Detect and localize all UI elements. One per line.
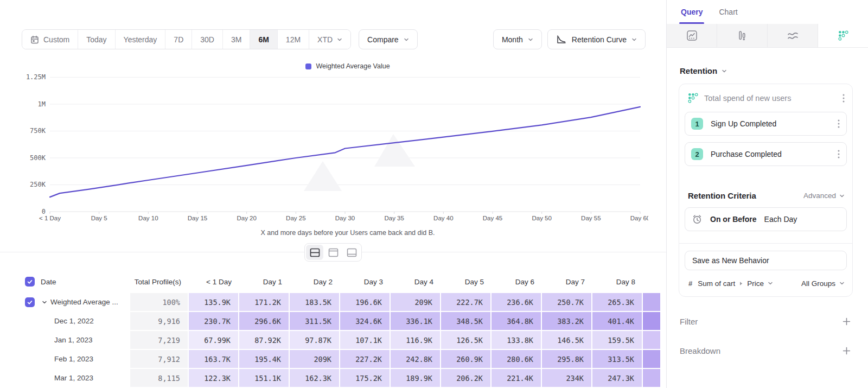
range-30d[interactable]: 30D bbox=[192, 30, 223, 49]
granularity-button[interactable]: Month bbox=[493, 29, 542, 49]
retention-cell[interactable]: 348.5K bbox=[441, 312, 492, 331]
groups-dropdown[interactable]: All Groups bbox=[801, 279, 845, 288]
retention-cell[interactable]: 260.9K bbox=[441, 350, 492, 369]
advanced-dropdown[interactable]: Advanced bbox=[803, 192, 845, 200]
retention-curve-line[interactable] bbox=[50, 107, 640, 197]
retention-cell[interactable]: 87.92K bbox=[239, 331, 290, 350]
column-header: Day 5 bbox=[441, 278, 492, 286]
measurement-property-dropdown[interactable]: Sum of cart Price bbox=[698, 279, 773, 288]
range-yesterday[interactable]: Yesterday bbox=[116, 30, 166, 49]
step-menu-kebab[interactable] bbox=[838, 119, 840, 128]
retention-cell[interactable]: 336.1K bbox=[391, 312, 441, 331]
retention-cell[interactable]: 97.87K bbox=[290, 331, 340, 350]
select-all-checkbox[interactable] bbox=[25, 277, 35, 287]
split-view-button[interactable] bbox=[306, 245, 323, 260]
retention-cell[interactable]: 175.2K bbox=[340, 369, 391, 388]
tab-query[interactable]: Query bbox=[681, 0, 703, 24]
retention-cell[interactable]: 122.3K bbox=[189, 369, 239, 388]
retention-cell[interactable]: 171.2K bbox=[239, 293, 290, 312]
x-axis-tick-label: Day 60 bbox=[630, 215, 648, 221]
retention-cell[interactable]: 126.5K bbox=[441, 331, 492, 350]
retention-cell[interactable]: 221.4K bbox=[492, 369, 542, 388]
save-behavior-button[interactable]: Save as New Behavior bbox=[685, 251, 847, 270]
toolbar: CustomTodayYesterday7D30D3M6M12MXTD Comp… bbox=[22, 29, 646, 49]
watermark-triangle bbox=[304, 161, 342, 191]
chart-type-tab-flows[interactable] bbox=[768, 24, 818, 47]
chart-legend: Weighted Average Value bbox=[17, 62, 648, 70]
retention-cell[interactable]: 206.2K bbox=[441, 369, 492, 388]
retention-cell[interactable]: 133.8K bbox=[492, 331, 542, 350]
compare-button[interactable]: Compare bbox=[359, 29, 418, 49]
retention-cell[interactable]: 162.3K bbox=[290, 369, 340, 388]
retention-cell-partial bbox=[643, 312, 660, 331]
retention-cell[interactable]: 313.5K bbox=[592, 350, 643, 369]
retention-cell[interactable]: 183.5K bbox=[290, 293, 340, 312]
range-custom[interactable]: Custom bbox=[22, 30, 78, 49]
behavior-menu-kebab[interactable] bbox=[843, 94, 845, 103]
row-checkbox[interactable] bbox=[25, 297, 35, 307]
retention-cell[interactable]: 196.6K bbox=[340, 293, 391, 312]
chart-type-tab-retention-grid[interactable] bbox=[818, 24, 868, 47]
chevron-down-icon[interactable] bbox=[42, 300, 47, 305]
x-axis-tick-label: Day 45 bbox=[483, 215, 502, 221]
total-profiles-cell: 8,115 bbox=[130, 369, 189, 388]
behavior-step[interactable]: 1Sign Up Completed bbox=[685, 112, 847, 136]
retention-cell[interactable]: 146.5K bbox=[542, 331, 592, 350]
retention-cell[interactable]: 250.7K bbox=[542, 293, 592, 312]
retention-cell[interactable]: 135.9K bbox=[189, 293, 239, 312]
retention-cell[interactable]: 230.7K bbox=[189, 312, 239, 331]
range-12m[interactable]: 12M bbox=[278, 30, 309, 49]
range-3m[interactable]: 3M bbox=[223, 30, 250, 49]
retention-cell[interactable]: 236.6K bbox=[492, 293, 542, 312]
step-menu-kebab[interactable] bbox=[838, 150, 840, 158]
retention-cell[interactable]: 296.6K bbox=[239, 312, 290, 331]
retention-cell[interactable]: 227.2K bbox=[340, 350, 391, 369]
column-header: Day 7 bbox=[542, 278, 592, 286]
retention-cell[interactable]: 151.1K bbox=[239, 369, 290, 388]
retention-cell[interactable]: 159.5K bbox=[592, 331, 643, 350]
retention-cell[interactable]: 195.4K bbox=[239, 350, 290, 369]
add-filter-button[interactable] bbox=[843, 317, 851, 326]
retention-cell[interactable]: 265.3K bbox=[592, 293, 643, 312]
retention-cell-partial bbox=[643, 331, 660, 350]
retention-cell[interactable]: 324.6K bbox=[340, 312, 391, 331]
chart-caption: X and more days before your Users came b… bbox=[17, 229, 648, 237]
retention-cell[interactable]: 209K bbox=[391, 293, 441, 312]
retention-cell[interactable]: 383.2K bbox=[542, 312, 592, 331]
retention-cell[interactable]: 234K bbox=[542, 369, 592, 388]
retention-cell[interactable]: 247.3K bbox=[592, 369, 643, 388]
retention-cell[interactable]: 116.9K bbox=[391, 331, 441, 350]
retention-cell[interactable]: 163.7K bbox=[189, 350, 239, 369]
step-number-badge: 2 bbox=[691, 148, 703, 160]
retention-cell[interactable]: 311.5K bbox=[290, 312, 340, 331]
retention-cell[interactable]: 209K bbox=[290, 350, 340, 369]
range-today[interactable]: Today bbox=[78, 30, 115, 49]
retention-cell[interactable]: 189.9K bbox=[391, 369, 441, 388]
retention-cell[interactable]: 364.8K bbox=[492, 312, 542, 331]
range-xtd[interactable]: XTD bbox=[309, 30, 350, 49]
chart-view-button[interactable] bbox=[324, 245, 342, 260]
chart-type-button[interactable]: Retention Curve bbox=[547, 29, 646, 49]
series-row-header: Weighted Average ... bbox=[22, 293, 130, 312]
alarm-clock-icon bbox=[692, 214, 703, 225]
retention-cell[interactable]: 295.8K bbox=[542, 350, 592, 369]
retention-cell[interactable]: 401.4K bbox=[592, 312, 643, 331]
retention-cell[interactable]: 222.7K bbox=[441, 293, 492, 312]
table-view-button[interactable] bbox=[343, 245, 360, 260]
retention-section-dropdown[interactable]: Retention bbox=[680, 66, 853, 75]
retention-cell[interactable]: 67.99K bbox=[189, 331, 239, 350]
retention-cell[interactable]: 280.6K bbox=[492, 350, 542, 369]
behavior-steps: 1Sign Up Completed2Purchase Completed bbox=[685, 112, 847, 166]
chart-type-tab-bar-chart[interactable] bbox=[717, 24, 768, 47]
range-7d[interactable]: 7D bbox=[165, 30, 192, 49]
add-breakdown-button[interactable] bbox=[843, 347, 851, 355]
retention-cell[interactable]: 107.1K bbox=[340, 331, 391, 350]
retention-curve-chart[interactable]: 0250K500K750K1M1.25M< 1 DayDay 5Day 10Da… bbox=[17, 72, 648, 227]
retention-condition-row[interactable]: On or Before Each Day bbox=[685, 207, 847, 231]
retention-cell[interactable]: 242.8K bbox=[391, 350, 441, 369]
range-6m[interactable]: 6M bbox=[250, 30, 277, 49]
tab-chart[interactable]: Chart bbox=[719, 0, 737, 24]
chart-type-tab-line-chart[interactable] bbox=[667, 24, 717, 47]
breakdown-label: Breakdown bbox=[680, 346, 720, 355]
behavior-step[interactable]: 2Purchase Completed bbox=[685, 142, 847, 166]
